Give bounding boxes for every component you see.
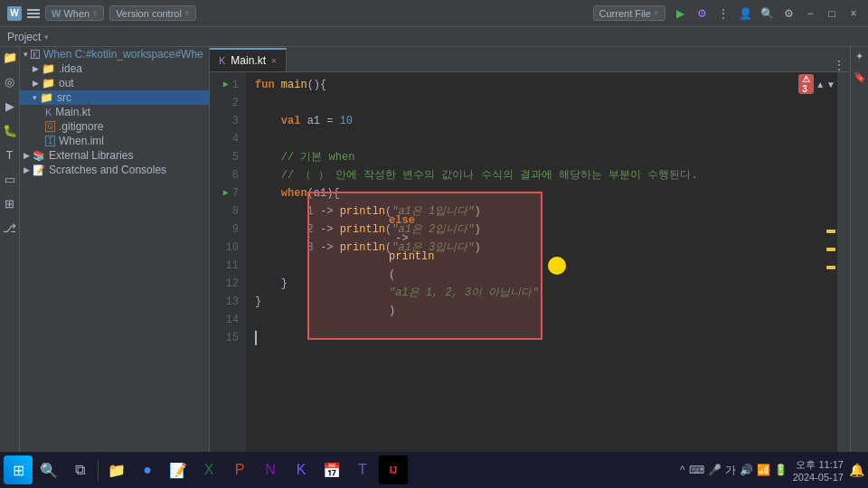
taskbar-chrome[interactable]: ●: [133, 455, 162, 484]
code-line-4: [255, 130, 823, 148]
taskbar-task-view[interactable]: ⧉: [65, 455, 94, 484]
run-icon[interactable]: ▶: [5, 99, 14, 113]
structure-icon[interactable]: ◎: [5, 75, 14, 89]
db-icon[interactable]: ▭: [5, 173, 15, 186]
code-line-11: else -> println ( "a1은 1, 2, 3이 아닙니다" ): [255, 257, 823, 275]
system-icons: ^ ⌨ 🎤 가 🔊 📶 🔋: [680, 463, 788, 478]
scrollbar-area[interactable]: [837, 72, 850, 468]
project-tab[interactable]: Project ▾: [0, 27, 868, 47]
taskbar-system-tray: ^ ⌨ 🎤 가 🔊 📶 🔋 오후 11:17 2024-05-17 🔔: [680, 458, 864, 483]
code-line-6: // （ ） 안에 작성한 변수의 값이나 수식의 결과에 해당하는 부분이 수…: [255, 166, 823, 184]
tray-up-arrow[interactable]: ^: [680, 464, 685, 476]
tray-volume[interactable]: 🔊: [740, 464, 753, 476]
project-when-badge[interactable]: W Project When ▾: [45, 5, 104, 21]
run-gutter-icon[interactable]: ▶: [223, 76, 229, 94]
sidebar-item-scratches[interactable]: ▶ 📝 Scratches and Consoles: [20, 163, 209, 177]
warning-mark-3: [826, 266, 835, 269]
code-line-15: [255, 329, 823, 347]
taskbar-onenote[interactable]: N: [256, 455, 285, 484]
taskbar-powerpoint[interactable]: P: [225, 455, 254, 484]
yellow-cursor-indicator: [548, 257, 566, 275]
taskbar-calendar[interactable]: 📅: [317, 455, 346, 484]
more-button[interactable]: ⋮: [716, 6, 731, 21]
taskbar-kotlin[interactable]: K: [287, 455, 316, 484]
start-button[interactable]: ⊞: [4, 455, 33, 484]
current-file-badge[interactable]: Current File ▾: [593, 5, 665, 21]
when-icon: 🄺: [31, 50, 40, 60]
git-icon-left[interactable]: ⎇: [3, 221, 16, 235]
version-control-badge[interactable]: Version control ▾: [109, 5, 196, 21]
scratches-label: Scratches and Consoles: [49, 164, 166, 176]
settings-button[interactable]: ⚙: [781, 6, 796, 21]
run-gutter-icon-7[interactable]: ▶: [223, 184, 229, 202]
debug-button[interactable]: ⚙: [694, 6, 709, 21]
profile-button[interactable]: 👤: [738, 6, 752, 21]
right-activity-bar: ✦ 🔖: [850, 47, 868, 468]
sidebar-item-idea[interactable]: ▶ 📁 .idea: [20, 61, 209, 76]
collapse-errors-btn[interactable]: ▼: [826, 80, 835, 89]
minimize-button[interactable]: −: [803, 6, 817, 21]
git-file-icon: 🄶: [45, 121, 55, 132]
tab-close-button[interactable]: ×: [271, 56, 277, 66]
copilot-icon[interactable]: ✦: [855, 51, 863, 62]
line-num-4: 4: [213, 130, 239, 148]
warning-mark-2: [826, 248, 835, 251]
bookmarks-icon[interactable]: 🔖: [854, 71, 866, 83]
sidebar-item-root[interactable]: ▾ 🄺 When C:#kotlin_workspace#Whe: [20, 47, 209, 61]
line-num-10: 10: [213, 239, 239, 257]
taskbar-intellij[interactable]: IJ: [379, 455, 408, 484]
sidebar-item-extlibs[interactable]: ▶ 📚 External Libraries: [20, 148, 209, 163]
expand-errors-btn[interactable]: ▲: [816, 80, 825, 89]
search-button[interactable]: 🔍: [760, 6, 774, 21]
close-button[interactable]: ×: [846, 6, 861, 21]
taskbar-search[interactable]: 🔍: [34, 455, 63, 484]
hamburger-menu[interactable]: [27, 9, 40, 18]
taskbar-explorer[interactable]: 📁: [102, 455, 131, 484]
line-num-7: ▶ 7: [213, 184, 239, 202]
code-line-1: fun main(){: [255, 76, 823, 94]
taskbar-notepad[interactable]: 📝: [164, 455, 193, 484]
titlebar-right: Current File ▾ ▶ ⚙ ⋮ 👤 🔍 ⚙ − □ ×: [593, 5, 861, 21]
taskbar-teams[interactable]: T: [348, 455, 377, 484]
tools-icon[interactable]: T: [6, 148, 14, 162]
editor-content[interactable]: ▶ 1 2 3 4 5 6 ▶ 7 8 9 10 11 12 13 14 15: [210, 72, 850, 468]
terminal-icon[interactable]: ⊞: [5, 197, 14, 211]
titlebar-left: W W Project When ▾ Version control ▾: [7, 5, 295, 21]
tray-network[interactable]: 📶: [757, 464, 770, 476]
app-icon: W: [7, 6, 22, 21]
src-label: src: [57, 91, 71, 104]
sidebar-item-wheniml[interactable]: 🄸 When.iml: [20, 134, 209, 148]
tray-korean[interactable]: 가: [725, 463, 736, 478]
code-line-14: [255, 311, 823, 329]
sidebar-item-mainkt[interactable]: K Main.kt: [20, 105, 209, 119]
right-gutter: ⚠ 3 ▲ ▼: [823, 72, 837, 468]
notification-bell[interactable]: 🔔: [849, 463, 864, 477]
line-num-11: 11: [213, 257, 239, 275]
tab-mainkt[interactable]: K Main.kt ×: [210, 48, 287, 71]
mainkt-label: Main.kt: [55, 106, 90, 118]
project-icon[interactable]: 📁: [3, 51, 17, 64]
tab-more-button[interactable]: ⋮: [828, 59, 850, 71]
line-num-14: 14: [213, 311, 239, 329]
code-line-13: }: [255, 293, 823, 311]
gitignore-label: .gitignore: [59, 120, 103, 133]
system-clock[interactable]: 오후 11:17 2024-05-17: [793, 458, 844, 483]
code-line-12: }: [255, 275, 823, 293]
tray-keyboard[interactable]: ⌨: [689, 464, 704, 476]
taskbar-excel[interactable]: X: [194, 455, 223, 484]
expand-arrow-idea: ▶: [33, 64, 39, 73]
code-area[interactable]: fun main(){ val a1 = 10 // 기본 when // （: [246, 72, 823, 468]
run-button[interactable]: ▶: [673, 6, 687, 21]
maximize-button[interactable]: □: [825, 6, 839, 21]
sidebar-item-gitignore[interactable]: 🄶 .gitignore: [20, 119, 209, 134]
sidebar-item-out[interactable]: ▶ 📁 out: [20, 76, 209, 90]
tray-speech[interactable]: 🎤: [708, 464, 722, 476]
sidebar-item-src[interactable]: ▾ 📁 src: [20, 90, 209, 105]
error-count-area: ⚠ 3 ▲ ▼: [798, 74, 835, 94]
main-layout: 📁 ◎ ▶ 🐛 T ▭ ⊞ ⎇ ▾ 🄺 When C:#kotlin_works…: [0, 47, 868, 468]
line-num-2: 2: [213, 94, 239, 112]
tray-battery[interactable]: 🔋: [774, 464, 788, 476]
idea-label: .idea: [59, 62, 82, 75]
editor-area: K Main.kt × ⋮ ▶ 1 2 3 4 5 6 ▶: [210, 47, 850, 468]
debug-icon-left[interactable]: 🐛: [3, 124, 17, 137]
